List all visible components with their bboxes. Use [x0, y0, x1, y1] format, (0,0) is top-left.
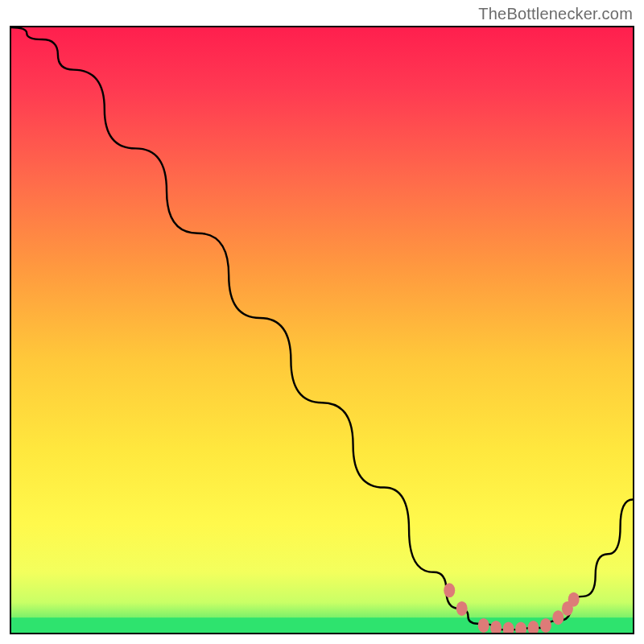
chart-container: TheBottlenecker.com [0, 0, 644, 644]
plot-frame [10, 26, 634, 634]
curve-marker [552, 610, 564, 625]
curve-marker [444, 583, 455, 597]
green-band [11, 617, 633, 633]
chart-svg [11, 27, 633, 633]
attribution-text: TheBottlenecker.com [478, 5, 633, 23]
curve-marker [540, 618, 551, 633]
curve-marker [568, 592, 580, 607]
curve-marker [478, 618, 489, 633]
curve-marker [456, 601, 468, 616]
